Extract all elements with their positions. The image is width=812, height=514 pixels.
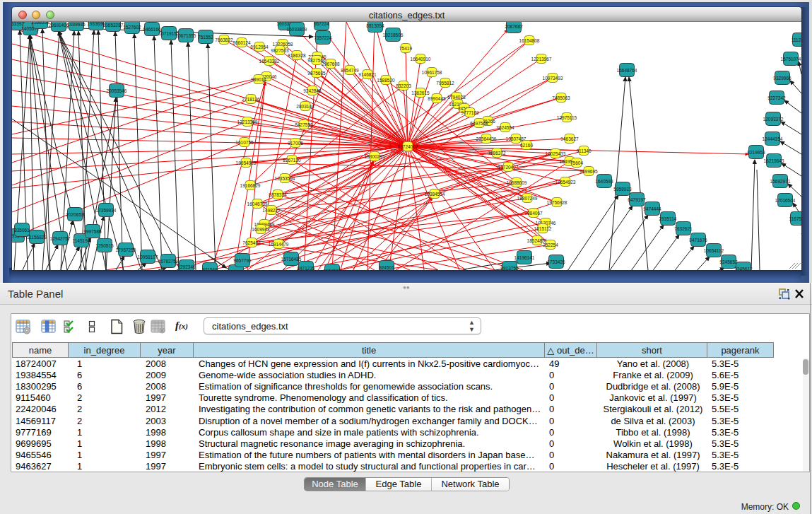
svg-text:17016504: 17016504 [775, 198, 796, 203]
svg-text:1362615: 1362615 [411, 90, 430, 95]
svg-text:19654923: 19654923 [555, 180, 576, 185]
svg-text:832203: 832203 [396, 83, 411, 88]
svg-text:19166829: 19166829 [240, 183, 261, 188]
svg-text:8454749: 8454749 [341, 68, 359, 73]
svg-text:8267130: 8267130 [283, 158, 301, 163]
svg-text:10961758: 10961758 [422, 70, 442, 75]
svg-text:6479197: 6479197 [628, 197, 646, 202]
svg-text:8660124: 8660124 [233, 40, 251, 45]
svg-text:62160: 62160 [520, 143, 533, 148]
svg-text:9699695: 9699695 [579, 169, 598, 174]
svg-text:8471676: 8471676 [689, 238, 707, 243]
svg-text:16914479: 16914479 [269, 242, 289, 247]
svg-text:1610755: 1610755 [235, 140, 254, 145]
svg-text:19654925: 19654925 [236, 160, 257, 165]
svg-text:917006: 917006 [288, 141, 303, 146]
svg-text:16640910: 16640910 [411, 57, 431, 62]
svg-text:1615112: 1615112 [534, 226, 552, 231]
svg-text:252254: 252254 [543, 243, 558, 247]
svg-text:15751074: 15751074 [781, 57, 801, 62]
svg-text:931857: 931857 [228, 269, 244, 271]
svg-text:8186328: 8186328 [288, 53, 306, 58]
svg-text:6794028: 6794028 [447, 95, 466, 100]
svg-text:1145194: 1145194 [73, 238, 90, 243]
svg-text:1112404: 1112404 [792, 37, 801, 42]
svg-text:7632621: 7632621 [674, 226, 693, 231]
svg-text:10025433: 10025433 [546, 151, 566, 156]
svg-text:9827503: 9827503 [271, 48, 289, 53]
svg-text:1039935: 1039935 [67, 22, 86, 27]
svg-text:9777169: 9777169 [461, 110, 479, 115]
svg-text:2166559: 2166559 [31, 22, 49, 25]
svg-text:19756928: 19756928 [547, 200, 567, 205]
svg-text:8124501: 8124501 [323, 269, 341, 271]
svg-text:9657791: 9657791 [233, 258, 252, 263]
svg-text:18807249: 18807249 [517, 196, 538, 201]
svg-text:1498222: 1498222 [262, 208, 281, 213]
svg-text:14196141: 14196141 [514, 255, 535, 260]
svg-text:18724007: 18724007 [398, 144, 418, 149]
svg-text:20364436: 20364436 [476, 136, 497, 141]
svg-text:7886372: 7886372 [488, 151, 506, 156]
svg-text:9245612: 9245612 [734, 267, 753, 271]
svg-text:5958923: 5958923 [613, 187, 632, 192]
svg-text:1167533: 1167533 [789, 216, 801, 221]
svg-text:16543382: 16543382 [259, 59, 280, 64]
svg-text:751552: 751552 [198, 35, 213, 40]
svg-text:9242848: 9242848 [303, 88, 322, 93]
svg-text:12213369: 12213369 [237, 119, 258, 124]
svg-text:911340: 911340 [576, 148, 592, 153]
svg-text:11156829: 11156829 [27, 235, 47, 240]
svg-text:12213967: 12213967 [531, 57, 552, 62]
svg-text:9474444: 9474444 [643, 206, 661, 211]
svg-text:12353594: 12353594 [275, 176, 295, 181]
svg-text:1640593: 1640593 [595, 179, 613, 184]
svg-text:9245652: 9245652 [719, 259, 738, 264]
svg-text:9329966: 9329966 [773, 76, 792, 81]
svg-text:8219953: 8219953 [747, 150, 765, 155]
svg-text:1733426: 1733426 [547, 259, 565, 264]
svg-text:12975115: 12975115 [557, 115, 577, 120]
svg-text:12942757: 12942757 [50, 236, 71, 241]
svg-text:75419: 75419 [399, 46, 412, 51]
svg-text:8990448: 8990448 [428, 96, 446, 101]
svg-text:15716485: 15716485 [281, 257, 302, 262]
svg-text:8878334: 8878334 [269, 192, 287, 197]
svg-text:2718126: 2718126 [242, 97, 260, 102]
svg-text:10653287: 10653287 [103, 23, 124, 28]
svg-text:10654112: 10654112 [704, 248, 724, 253]
svg-text:921549: 921549 [202, 267, 218, 271]
svg-text:1292346: 1292346 [177, 264, 196, 269]
svg-text:16154808: 16154808 [519, 38, 540, 43]
svg-text:16648764: 16648764 [617, 68, 637, 73]
svg-text:8471235: 8471235 [297, 266, 315, 271]
svg-text:8913755: 8913755 [500, 266, 519, 271]
svg-text:3624554: 3624554 [496, 125, 514, 130]
svg-text:7485063: 7485063 [552, 95, 570, 100]
svg-text:20691406: 20691406 [49, 23, 69, 28]
svg-text:16782759: 16782759 [158, 259, 179, 264]
svg-text:16046799: 16046799 [247, 201, 268, 206]
svg-text:7625402: 7625402 [242, 240, 261, 245]
svg-text:75604: 75604 [570, 160, 583, 165]
svg-text:9884067: 9884067 [524, 211, 543, 216]
svg-text:17957255: 17957255 [116, 247, 136, 252]
svg-text:17359934: 17359934 [96, 208, 117, 213]
svg-text:1250515: 1250515 [95, 243, 114, 248]
svg-text:989014: 989014 [251, 77, 266, 82]
svg-text:8813054: 8813054 [366, 23, 384, 28]
svg-text:7357224: 7357224 [314, 35, 332, 40]
svg-text:15692971: 15692971 [770, 179, 791, 184]
svg-text:1527602: 1527602 [123, 25, 141, 30]
svg-text:8427552: 8427552 [295, 122, 313, 127]
svg-text:16210643: 16210643 [764, 158, 784, 163]
svg-text:19218506: 19218506 [383, 33, 404, 37]
svg-text:9463627: 9463627 [560, 136, 579, 141]
svg-text:15300295: 15300295 [365, 154, 385, 159]
svg-text:20053546: 20053546 [107, 88, 127, 93]
svg-text:9146821: 9146821 [358, 72, 377, 77]
svg-text:2020653: 2020653 [66, 212, 84, 217]
svg-text:1588520: 1588520 [377, 78, 395, 83]
svg-text:957224: 957224 [314, 22, 329, 26]
svg-text:9997586: 9997586 [83, 229, 102, 234]
